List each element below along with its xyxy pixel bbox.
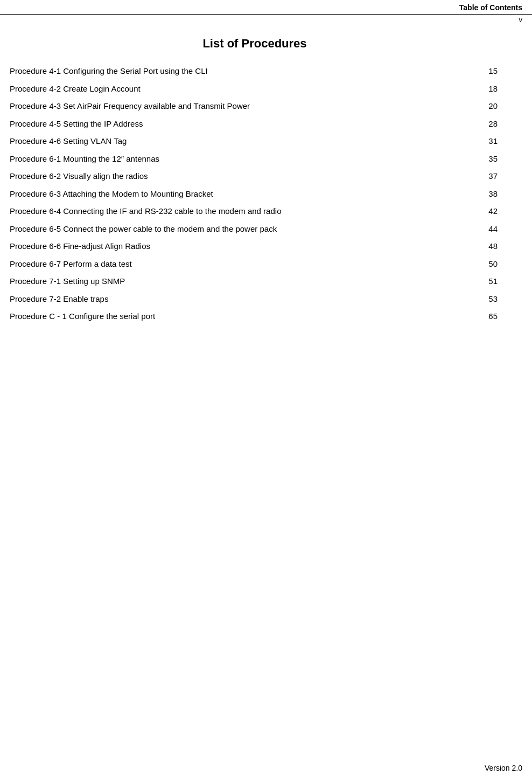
toc-entry-label: Procedure C - 1 Configure the serial por… bbox=[10, 308, 441, 326]
toc-row: Procedure 7-2 Enable traps53 bbox=[10, 290, 500, 308]
toc-row: Procedure 6-3 Attaching the Modem to Mou… bbox=[10, 185, 500, 203]
toc-table: Procedure 4-1 Configuring the Serial Por… bbox=[10, 63, 500, 326]
toc-row: Procedure 4-3 Set AirPair Frequency avai… bbox=[10, 98, 500, 115]
toc-row: Procedure 6-4 Connecting the IF and RS-2… bbox=[10, 203, 500, 220]
toc-row: Procedure 4-5 Setting the IP Address28 bbox=[10, 115, 500, 133]
toc-entry-label: Procedure 6-7 Perform a data test bbox=[10, 255, 441, 273]
toc-entry-page: 18 bbox=[441, 80, 500, 98]
toc-entry-page: 48 bbox=[441, 238, 500, 255]
toc-row: Procedure 4-6 Setting VLAN Tag31 bbox=[10, 133, 500, 150]
toc-entry-page: 42 bbox=[441, 203, 500, 220]
toc-entry-page: 44 bbox=[441, 220, 500, 238]
toc-entry-page: 31 bbox=[441, 133, 500, 150]
toc-entry-label: Procedure 7-2 Enable traps bbox=[10, 290, 441, 308]
header-title: Table of Contents bbox=[459, 3, 522, 12]
main-content: List of Procedures Procedure 4-1 Configu… bbox=[0, 24, 532, 347]
toc-entry-label: Procedure 6-6 Fine-adjust Align Radios bbox=[10, 238, 441, 255]
version-label: Version 2.0 bbox=[485, 764, 522, 772]
toc-entry-label: Procedure 4-6 Setting VLAN Tag bbox=[10, 133, 441, 150]
toc-row: Procedure 6-2 Visually align the radios3… bbox=[10, 168, 500, 185]
toc-entry-label: Procedure 7-1 Setting up SNMP bbox=[10, 273, 441, 290]
toc-entry-page: 50 bbox=[441, 255, 500, 273]
toc-row: Procedure 4-2 Create Login Account18 bbox=[10, 80, 500, 98]
toc-entry-page: 20 bbox=[441, 98, 500, 115]
toc-entry-label: Procedure 6-1 Mounting the 12″ antennas bbox=[10, 150, 441, 168]
toc-entry-page: 15 bbox=[441, 63, 500, 80]
toc-row: Procedure C - 1 Configure the serial por… bbox=[10, 308, 500, 326]
toc-entry-label: Procedure 4-5 Setting the IP Address bbox=[10, 115, 441, 133]
toc-entry-page: 51 bbox=[441, 273, 500, 290]
toc-entry-label: Procedure 6-4 Connecting the IF and RS-2… bbox=[10, 203, 441, 220]
section-title: List of Procedures bbox=[10, 37, 500, 51]
page-header: Table of Contents bbox=[0, 0, 532, 15]
toc-entry-page: 28 bbox=[441, 115, 500, 133]
toc-row: Procedure 6-6 Fine-adjust Align Radios48 bbox=[10, 238, 500, 255]
toc-entry-page: 65 bbox=[441, 308, 500, 326]
footer: Version 2.0 bbox=[485, 764, 522, 772]
toc-entry-label: Procedure 4-2 Create Login Account bbox=[10, 80, 441, 98]
toc-entry-page: 53 bbox=[441, 290, 500, 308]
toc-row: Procedure 6-1 Mounting the 12″ antennas3… bbox=[10, 150, 500, 168]
toc-entry-label: Procedure 4-3 Set AirPair Frequency avai… bbox=[10, 98, 441, 115]
toc-entry-label: Procedure 6-5 Connect the power cable to… bbox=[10, 220, 441, 238]
toc-entry-label: Procedure 6-2 Visually align the radios bbox=[10, 168, 441, 185]
toc-entry-label: Procedure 4-1 Configuring the Serial Por… bbox=[10, 63, 441, 80]
toc-entry-page: 37 bbox=[441, 168, 500, 185]
toc-row: Procedure 6-5 Connect the power cable to… bbox=[10, 220, 500, 238]
page-label: v bbox=[0, 16, 532, 24]
toc-entry-page: 38 bbox=[441, 185, 500, 203]
toc-entry-label: Procedure 6-3 Attaching the Modem to Mou… bbox=[10, 185, 441, 203]
toc-row: Procedure 7-1 Setting up SNMP51 bbox=[10, 273, 500, 290]
toc-entry-page: 35 bbox=[441, 150, 500, 168]
toc-row: Procedure 6-7 Perform a data test50 bbox=[10, 255, 500, 273]
toc-row: Procedure 4-1 Configuring the Serial Por… bbox=[10, 63, 500, 80]
